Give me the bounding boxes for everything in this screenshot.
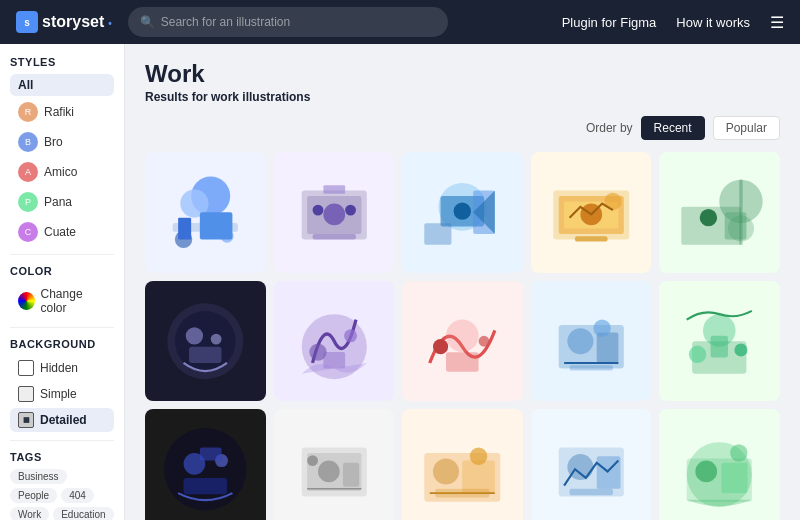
svg-rect-67 — [435, 489, 489, 498]
tags-title: TAGS — [10, 451, 114, 463]
svg-rect-45 — [597, 332, 619, 362]
style-label-rafiki: Rafiki — [44, 105, 74, 119]
tag-people[interactable]: People — [10, 488, 57, 503]
style-label-pana: Pana — [44, 195, 72, 209]
search-input[interactable] — [161, 15, 436, 29]
svg-rect-47 — [569, 365, 612, 370]
svg-point-37 — [344, 329, 357, 342]
subtitle-prefix: Results for — [145, 90, 211, 104]
sidebar: STYLES All R Rafiki B Bro A Amico P Pana… — [0, 44, 125, 520]
how-it-works-link[interactable]: How it works — [676, 15, 750, 30]
tag-business[interactable]: Business — [10, 469, 67, 484]
bg-label-detailed: Detailed — [40, 413, 87, 427]
illustration-svg-13 — [408, 415, 517, 520]
logo-text: storyset — [42, 13, 104, 31]
bg-item-simple[interactable]: Simple — [10, 382, 114, 406]
tag-404[interactable]: 404 — [61, 488, 94, 503]
cuate-avatar: C — [18, 222, 38, 242]
illustration-card-4[interactable] — [531, 152, 652, 273]
page-title: Work — [145, 60, 780, 88]
svg-point-76 — [731, 445, 748, 462]
svg-rect-61 — [343, 463, 359, 487]
illustration-card-3[interactable] — [402, 152, 523, 273]
illustration-card-15[interactable] — [659, 409, 780, 520]
illustration-svg-4 — [537, 158, 646, 267]
svg-rect-18 — [425, 223, 452, 245]
illustration-card-6[interactable] — [145, 281, 266, 402]
svg-point-74 — [696, 461, 718, 483]
logo-icon: s — [16, 11, 38, 33]
style-label-amico: Amico — [44, 165, 77, 179]
pana-avatar: P — [18, 192, 38, 212]
illustration-card-2[interactable] — [274, 152, 395, 273]
style-item-pana[interactable]: P Pana — [10, 188, 114, 216]
illustration-card-9[interactable] — [531, 281, 652, 402]
svg-point-34 — [211, 333, 222, 344]
search-bar[interactable]: 🔍 — [128, 7, 448, 37]
svg-point-53 — [164, 428, 246, 510]
svg-point-16 — [454, 203, 471, 220]
plugin-figma-link[interactable]: Plugin for Figma — [562, 15, 657, 30]
order-popular-button[interactable]: Popular — [713, 116, 780, 140]
svg-point-42 — [479, 335, 490, 346]
style-item-rafiki[interactable]: R Rafiki — [10, 98, 114, 126]
illustration-card-1[interactable] — [145, 152, 266, 273]
styles-title: STYLES — [10, 56, 114, 68]
tags-container: Business People 404 Work Education Marke… — [10, 469, 114, 520]
bg-simple-icon — [18, 386, 34, 402]
order-recent-button[interactable]: Recent — [641, 116, 705, 140]
svg-rect-75 — [722, 463, 748, 493]
svg-rect-10 — [312, 234, 355, 239]
main-content: Work Results for work illustrations Orde… — [125, 44, 800, 520]
svg-rect-52 — [711, 335, 728, 357]
color-circle-icon — [18, 292, 35, 310]
background-title: BACKGROUND — [10, 338, 114, 350]
bg-label-simple: Simple — [40, 387, 77, 401]
illustration-svg-14 — [537, 415, 646, 520]
rafiki-avatar: R — [18, 102, 38, 122]
svg-rect-23 — [575, 236, 608, 241]
tag-education[interactable]: Education — [53, 507, 113, 520]
svg-point-46 — [593, 319, 610, 336]
illustration-svg-6 — [151, 287, 260, 396]
header: s storyset • 🔍 Plugin for Figma How it w… — [0, 0, 800, 44]
tag-work[interactable]: Work — [10, 507, 49, 520]
color-title: COLOR — [10, 265, 114, 277]
style-item-cuate[interactable]: C Cuate — [10, 218, 114, 246]
illustration-grid — [145, 152, 780, 520]
illustration-card-13[interactable] — [402, 409, 523, 520]
illustration-svg-9 — [537, 287, 646, 396]
illustration-card-7[interactable] — [274, 281, 395, 402]
bg-item-detailed[interactable]: ▦ Detailed — [10, 408, 114, 432]
style-item-all[interactable]: All — [10, 74, 114, 96]
illustration-card-5[interactable] — [659, 152, 780, 273]
illustration-svg-12 — [280, 415, 389, 520]
svg-rect-57 — [200, 448, 222, 461]
change-color-button[interactable]: Change color — [10, 283, 114, 319]
illustration-card-10[interactable] — [659, 281, 780, 402]
divider-color — [10, 254, 114, 255]
svg-rect-11 — [323, 185, 345, 194]
subtitle-suffix: illustrations — [239, 90, 310, 104]
logo-dot: • — [108, 18, 112, 29]
style-item-amico[interactable]: A Amico — [10, 158, 114, 186]
illustration-card-8[interactable] — [402, 281, 523, 402]
svg-point-50 — [689, 345, 706, 362]
svg-rect-65 — [462, 461, 495, 494]
layout: STYLES All R Rafiki B Bro A Amico P Pana… — [0, 44, 800, 520]
amico-avatar: A — [18, 162, 38, 182]
illustration-svg-3 — [408, 158, 517, 267]
bg-item-hidden[interactable]: Hidden — [10, 356, 114, 380]
search-icon: 🔍 — [140, 15, 155, 29]
illustration-card-14[interactable] — [531, 409, 652, 520]
svg-point-9 — [323, 204, 345, 226]
logo[interactable]: s storyset • — [16, 11, 112, 33]
illustration-card-11[interactable] — [145, 409, 266, 520]
illustration-card-12[interactable] — [274, 409, 395, 520]
svg-point-51 — [735, 343, 748, 356]
hamburger-icon[interactable]: ☰ — [770, 13, 784, 32]
bg-detailed-icon: ▦ — [18, 412, 34, 428]
bg-hidden-icon — [18, 360, 34, 376]
style-item-bro[interactable]: B Bro — [10, 128, 114, 156]
page-subtitle: Results for work illustrations — [145, 90, 780, 104]
